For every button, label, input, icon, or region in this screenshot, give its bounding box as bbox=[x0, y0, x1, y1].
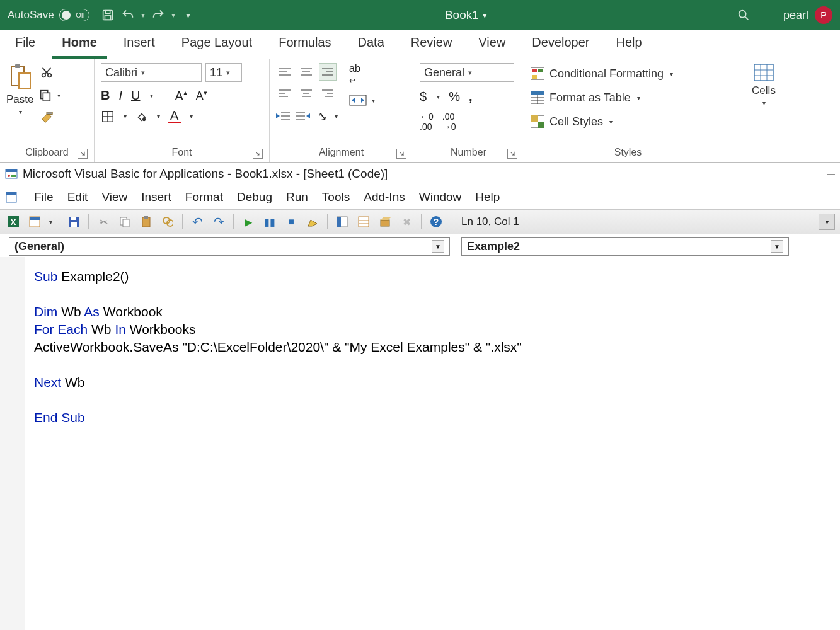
percent-format-button[interactable]: % bbox=[449, 89, 460, 104]
paste-icon[interactable] bbox=[138, 214, 154, 230]
wrap-text-icon[interactable]: ab↩ bbox=[349, 63, 375, 86]
vba-menu-file[interactable]: File bbox=[34, 190, 54, 204]
vba-menu-tools[interactable]: Tools bbox=[322, 190, 350, 204]
cell-styles-button[interactable]: Cell Styles▾ bbox=[531, 111, 613, 132]
font-color-button[interactable]: A bbox=[168, 110, 181, 123]
vba-menu-view[interactable]: View bbox=[101, 190, 127, 204]
vba-menu-help[interactable]: Help bbox=[475, 190, 500, 204]
avatar[interactable]: P bbox=[815, 6, 832, 24]
borders-button[interactable] bbox=[101, 110, 115, 123]
svg-rect-6 bbox=[15, 64, 20, 68]
chevron-down-icon[interactable]: ▼ bbox=[432, 240, 444, 253]
increase-decimal-icon[interactable]: ←0.00 bbox=[420, 112, 434, 132]
format-painter-icon[interactable] bbox=[38, 110, 55, 126]
tab-page-layout[interactable]: Page Layout bbox=[171, 29, 262, 59]
code-editor[interactable]: Sub Example2() Dim Wb As Workbook For Ea… bbox=[0, 257, 840, 630]
tab-data[interactable]: Data bbox=[348, 29, 394, 59]
align-top-center-icon[interactable] bbox=[297, 63, 315, 81]
minimize-icon[interactable]: – bbox=[827, 166, 835, 182]
cut-icon[interactable] bbox=[38, 64, 55, 81]
tab-file[interactable]: File bbox=[5, 29, 45, 59]
insert-module-icon[interactable] bbox=[26, 214, 43, 230]
tab-developer[interactable]: Developer bbox=[522, 29, 599, 59]
tab-view[interactable]: View bbox=[468, 29, 515, 59]
document-title[interactable]: Book1 ▾ bbox=[203, 8, 729, 22]
dialog-launcher-icon[interactable]: ⇲ bbox=[507, 149, 517, 159]
chevron-down-icon[interactable]: ▼ bbox=[771, 240, 783, 253]
dialog-launcher-icon[interactable]: ⇲ bbox=[78, 149, 88, 159]
cut-icon[interactable]: ✂ bbox=[95, 214, 112, 230]
redo-icon[interactable] bbox=[151, 8, 165, 22]
copy-button[interactable]: ▾ bbox=[38, 88, 60, 102]
object-select[interactable]: (General) ▼ bbox=[9, 237, 450, 256]
decrease-indent-icon[interactable] bbox=[276, 110, 290, 122]
properties-icon[interactable] bbox=[355, 214, 372, 230]
font-size-select[interactable]: 11▾ bbox=[205, 63, 242, 82]
help-icon[interactable]: ? bbox=[428, 214, 444, 230]
svg-marker-83 bbox=[308, 220, 317, 226]
increase-font-icon[interactable]: A▴ bbox=[175, 88, 187, 103]
code-content[interactable]: Sub Example2() Dim Wb As Workbook For Ea… bbox=[25, 257, 840, 630]
font-name-select[interactable]: Calibri▾ bbox=[101, 63, 202, 82]
format-as-table-button[interactable]: Format as Table▾ bbox=[531, 87, 640, 108]
align-top-left-icon[interactable] bbox=[276, 63, 294, 81]
italic-button[interactable]: I bbox=[118, 88, 122, 103]
number-format-select[interactable]: General▾ bbox=[420, 63, 514, 82]
reset-icon[interactable]: ■ bbox=[283, 214, 299, 230]
group-cells: Cells ▾ bbox=[732, 59, 795, 162]
cells-button[interactable]: Cells ▾ bbox=[752, 63, 776, 106]
break-icon[interactable]: ▮▮ bbox=[262, 214, 278, 230]
undo-icon[interactable]: ↶ bbox=[189, 214, 205, 230]
vba-menu-window[interactable]: Window bbox=[419, 190, 462, 204]
decrease-font-icon[interactable]: A▾ bbox=[196, 89, 207, 103]
toolbar-options-icon[interactable]: ▾ bbox=[819, 214, 835, 230]
dialog-launcher-icon[interactable]: ⇲ bbox=[396, 149, 406, 159]
autosave-toggle[interactable]: AutoSave Off bbox=[8, 9, 89, 21]
tab-home[interactable]: Home bbox=[52, 29, 107, 59]
tab-insert[interactable]: Insert bbox=[113, 29, 165, 59]
bold-button[interactable]: B bbox=[101, 88, 110, 103]
account-area[interactable]: pearl P bbox=[783, 6, 832, 24]
project-explorer-icon[interactable] bbox=[334, 214, 350, 230]
vba-menu-format[interactable]: Format bbox=[185, 190, 223, 204]
orientation-button[interactable]: ⤡ bbox=[316, 108, 327, 123]
decrease-decimal-icon[interactable]: .00→0 bbox=[442, 112, 456, 132]
align-top-right-icon[interactable] bbox=[319, 63, 337, 81]
vba-menu-debug[interactable]: Debug bbox=[237, 190, 272, 204]
vba-system-icon[interactable] bbox=[5, 191, 18, 203]
run-icon[interactable]: ▶ bbox=[240, 214, 256, 230]
vba-menu-addins[interactable]: Add-Ins bbox=[364, 190, 405, 204]
vba-menu-run[interactable]: Run bbox=[286, 190, 308, 204]
conditional-formatting-button[interactable]: Conditional Formatting▾ bbox=[531, 63, 673, 84]
tab-help[interactable]: Help bbox=[606, 29, 652, 59]
paste-button[interactable]: Paste ▾ bbox=[6, 63, 33, 115]
customize-qa-icon[interactable]: ▾ bbox=[181, 8, 195, 22]
tab-review[interactable]: Review bbox=[401, 29, 463, 59]
underline-button[interactable]: U bbox=[131, 88, 140, 103]
search-icon[interactable] bbox=[737, 8, 751, 22]
find-icon[interactable] bbox=[159, 214, 176, 230]
comma-format-button[interactable]: , bbox=[469, 89, 473, 104]
increase-indent-icon[interactable] bbox=[296, 110, 310, 122]
autosave-switch[interactable]: Off bbox=[59, 9, 89, 21]
design-mode-icon[interactable] bbox=[304, 214, 321, 230]
align-center-icon[interactable] bbox=[297, 84, 315, 102]
procedure-select[interactable]: Example2 ▼ bbox=[461, 237, 789, 256]
object-browser-icon[interactable] bbox=[377, 214, 393, 230]
fill-color-button[interactable] bbox=[134, 110, 148, 123]
vba-menu-edit[interactable]: Edit bbox=[67, 190, 88, 204]
toolbox-icon[interactable]: ✖ bbox=[398, 214, 415, 230]
dialog-launcher-icon[interactable]: ⇲ bbox=[253, 149, 263, 159]
align-right-icon[interactable] bbox=[319, 84, 337, 102]
accounting-format-button[interactable]: $ bbox=[420, 89, 427, 104]
redo-icon[interactable]: ↷ bbox=[210, 214, 227, 230]
save-icon[interactable] bbox=[101, 8, 115, 22]
undo-icon[interactable] bbox=[121, 8, 135, 22]
save-icon[interactable] bbox=[66, 214, 82, 230]
view-excel-icon[interactable]: X bbox=[5, 214, 21, 230]
align-left-icon[interactable] bbox=[276, 84, 294, 102]
copy-icon[interactable] bbox=[117, 214, 133, 230]
merge-center-button[interactable]: ▾ bbox=[349, 94, 375, 106]
vba-menu-insert[interactable]: Insert bbox=[141, 190, 171, 204]
tab-formulas[interactable]: Formulas bbox=[268, 29, 341, 59]
